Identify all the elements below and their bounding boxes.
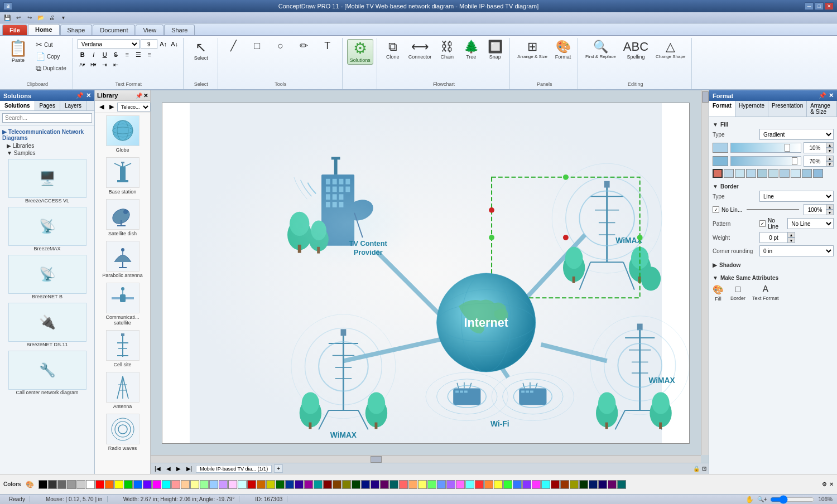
tab-nav-prev[interactable]: |◀ <box>153 465 162 472</box>
copy-button[interactable]: 📄 Copy <box>33 51 69 62</box>
fill-swatch[interactable] <box>780 169 790 178</box>
ellipse-tool-button[interactable]: ○ <box>270 39 292 54</box>
color-swatch[interactable] <box>361 480 370 489</box>
solutions-search-input[interactable] <box>2 113 92 123</box>
list-item[interactable]: Antenna <box>97 372 148 409</box>
color-swatch[interactable] <box>238 480 247 489</box>
color-swatch[interactable] <box>285 480 294 489</box>
color-swatch[interactable] <box>551 480 560 489</box>
color-swatch[interactable] <box>247 480 256 489</box>
border-pct-up[interactable]: ▲ <box>826 204 834 210</box>
fill-gradient-bar1[interactable] <box>730 143 801 153</box>
color-swatch[interactable] <box>570 480 579 489</box>
library-close-button[interactable]: ✕ <box>143 93 148 99</box>
qa-save-button[interactable]: 💾 <box>2 13 12 22</box>
make-same-border-button[interactable]: □ Border <box>730 284 745 302</box>
format-close-button[interactable]: ✕ <box>829 92 834 99</box>
color-swatch[interactable] <box>67 480 76 489</box>
tab-format[interactable]: Format <box>709 101 735 117</box>
color-swatch[interactable] <box>209 480 218 489</box>
make-same-text-button[interactable]: A Text Format <box>752 284 779 302</box>
duplicate-button[interactable]: ⧉ Duplicate <box>33 62 69 74</box>
minimize-button[interactable]: ─ <box>805 2 814 10</box>
colors-close-button[interactable]: ✕ <box>829 481 834 487</box>
color-swatch[interactable] <box>95 480 104 489</box>
horizontal-scrollbar[interactable] <box>151 455 701 463</box>
colors-settings-button[interactable]: ⚙ <box>822 481 827 487</box>
color-swatch[interactable] <box>579 480 588 489</box>
arrange-size-button[interactable]: ⊞ Arrange & Size <box>514 39 550 61</box>
no-line-checkbox[interactable]: ✓ No Lin... <box>713 206 742 213</box>
border-weight-input[interactable] <box>759 232 787 243</box>
fill-swatch[interactable] <box>735 169 745 178</box>
color-swatch[interactable] <box>39 480 47 489</box>
color-swatch[interactable] <box>503 480 512 489</box>
border-pct-down[interactable]: ▼ <box>826 210 834 215</box>
tab-presentation[interactable]: Presentation <box>768 101 807 117</box>
color-swatch[interactable] <box>228 480 237 489</box>
color-swatch[interactable] <box>371 480 379 489</box>
color-swatch[interactable] <box>105 480 114 489</box>
tab-document[interactable]: Document <box>93 25 135 35</box>
font-size-input[interactable] <box>141 39 157 49</box>
qa-redo-button[interactable]: ↪ <box>25 13 35 22</box>
color-swatch[interactable] <box>408 480 417 489</box>
fill-color1-swatch[interactable] <box>713 143 728 153</box>
make-same-header[interactable]: ▼ Make Same Attributes <box>713 274 834 282</box>
tab-hypernote[interactable]: Hypernote <box>735 101 768 117</box>
fill-gradient-bar2[interactable] <box>730 156 801 166</box>
list-item[interactable]: Radio waves <box>97 414 148 451</box>
tab-nav-right[interactable]: ▶ <box>175 465 182 472</box>
fill-pct2-input[interactable] <box>804 156 826 167</box>
color-swatch[interactable] <box>181 480 190 489</box>
color-swatch[interactable] <box>48 480 57 489</box>
align-center-button[interactable]: ☰ <box>133 50 143 59</box>
color-swatch[interactable] <box>446 480 455 489</box>
border-corner-select[interactable]: 0 in0.1 in0.25 in <box>759 245 834 256</box>
color-swatch[interactable] <box>257 480 266 489</box>
color-swatch[interactable] <box>200 480 209 489</box>
shadow-section-header[interactable]: ▶ Shadow <box>713 261 834 269</box>
color-swatch[interactable] <box>418 480 427 489</box>
libraries-item[interactable]: ▶ Libraries <box>2 142 92 149</box>
cut-button[interactable]: ✂ Cut <box>33 39 69 50</box>
restore-button[interactable]: □ <box>815 2 824 10</box>
tab-shape[interactable]: Shape <box>60 25 93 35</box>
color-swatch[interactable] <box>399 480 408 489</box>
zoom-slider[interactable] <box>770 495 815 504</box>
strikethrough-button[interactable]: S̶ <box>111 50 121 59</box>
list-item[interactable]: 🔧 Call center network diagram <box>2 351 92 395</box>
color-swatch[interactable] <box>494 480 503 489</box>
border-weight-down[interactable]: ▼ <box>787 238 795 243</box>
tab-layers[interactable]: Layers <box>60 101 86 110</box>
color-swatch[interactable] <box>484 480 493 489</box>
border-pattern-select[interactable]: No LineSolidDashed <box>787 218 834 229</box>
font-family-select[interactable]: VerdanaArialTimes New Roman <box>78 39 140 49</box>
indent-button[interactable]: ⇥ <box>100 60 110 69</box>
color-swatch[interactable] <box>380 480 389 489</box>
color-swatch[interactable] <box>560 480 569 489</box>
color-swatch[interactable] <box>162 480 171 489</box>
paste-button[interactable]: 📋 Paste <box>6 39 31 65</box>
fill-section-header[interactable]: ▼ Fill <box>713 120 834 129</box>
font-color-button[interactable]: A▾ <box>78 60 88 69</box>
spelling-button[interactable]: ABC Spelling <box>620 39 651 61</box>
zoom-in-button[interactable]: 🔍+ <box>757 496 767 502</box>
color-swatch[interactable] <box>114 480 123 489</box>
color-swatch[interactable] <box>333 480 341 489</box>
vertical-scrollbar[interactable] <box>701 90 709 455</box>
add-page-button[interactable]: + <box>274 464 283 473</box>
color-swatch[interactable] <box>342 480 351 489</box>
qa-dropdown-button[interactable]: ▾ <box>58 13 68 22</box>
color-swatch[interactable] <box>456 480 465 489</box>
qa-print-button[interactable]: 🖨 <box>47 13 57 22</box>
chain-button[interactable]: ⛓ Chain <box>436 39 458 61</box>
fill-pct2-up[interactable]: ▲ <box>826 156 834 161</box>
fill-swatch[interactable] <box>768 169 778 178</box>
color-swatch[interactable] <box>389 480 398 489</box>
font-decrease-button[interactable]: A↓ <box>170 40 180 49</box>
fill-pct1-up[interactable]: ▲ <box>826 142 834 148</box>
colors-paint-button[interactable]: 🎨 <box>26 481 34 488</box>
list-item[interactable]: Communicati...satellite <box>97 283 148 326</box>
canvas-fit-button[interactable]: ⊡ <box>702 466 706 472</box>
